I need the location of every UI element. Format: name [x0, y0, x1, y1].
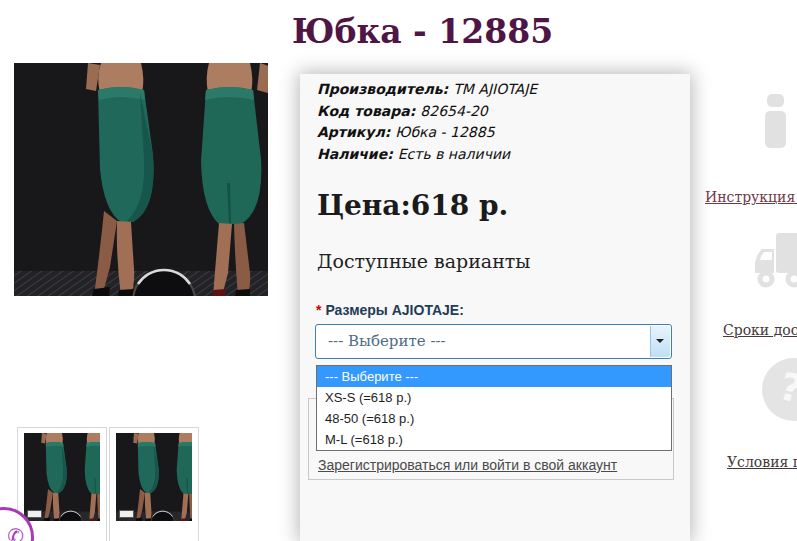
info-value: Есть в наличии [398, 146, 510, 162]
info-row-manufacturer: Производитель:ТМ AJIOTAJE [317, 79, 537, 101]
product-photo-illustration [14, 63, 268, 296]
info-row-sku: Артикул:Юбка - 12885 [317, 122, 537, 144]
info-value: 82654-20 [420, 103, 487, 119]
variants-heading: Доступные варианты [317, 250, 530, 272]
info-label: Артикул: [317, 124, 390, 140]
dropdown-option[interactable]: --- Выберите --- [317, 366, 671, 387]
info-row-availability: Наличие:Есть в наличии [317, 144, 537, 166]
size-dropdown-list: --- Выберите --- XS-S (=618 р.) 48-50 (=… [316, 365, 672, 451]
delivery-truck-icon [752, 229, 797, 295]
info-value: ТМ AJIOTAJE [453, 81, 537, 97]
dropdown-option[interactable]: M-L (=618 р.) [317, 429, 671, 450]
info-label: Производитель: [317, 81, 448, 97]
info-value: Юбка - 12885 [395, 124, 494, 140]
thumbnail-2[interactable] [109, 427, 199, 541]
purchase-terms-link[interactable]: Условия по [727, 454, 797, 470]
dropdown-option[interactable]: 48-50 (=618 р.) [317, 408, 671, 429]
size-select[interactable]: --- Выберите --- [315, 324, 672, 359]
info-label: Наличие: [317, 146, 393, 162]
dropdown-option[interactable]: XS-S (=618 р.) [317, 387, 671, 408]
main-product-image[interactable] [14, 63, 268, 296]
required-mark: * [316, 302, 321, 318]
size-label-text: Размеры AJIOTAJE: [325, 302, 463, 318]
info-icon [765, 94, 797, 150]
phone-icon: ✆ [7, 524, 24, 541]
instruction-link[interactable]: Инструкция п [705, 189, 797, 205]
chevron-down-icon[interactable] [650, 326, 670, 357]
price-text: Цена:618 р. [317, 189, 508, 222]
product-page: { "page": { "title": "Юбка - 12885" }, "… [0, 0, 797, 541]
page-title: Юбка - 12885 [0, 12, 797, 51]
info-row-product-code: Код товара:82654-20 [317, 101, 537, 123]
watermark-tag [119, 510, 134, 518]
watermark-tag [27, 510, 42, 518]
thumbnail-photo [24, 433, 100, 521]
thumbnail-photo [116, 433, 192, 521]
info-label: Код товара: [317, 103, 415, 119]
product-info-block: Производитель:ТМ AJIOTAJE Код товара:826… [317, 79, 537, 165]
question-circle-icon: ? [762, 358, 797, 421]
delivery-terms-link[interactable]: Сроки дос [723, 322, 797, 338]
register-or-login-link[interactable]: Зарегистрироваться или войти в свой акка… [318, 457, 617, 473]
size-field-label: *Размеры AJIOTAJE: [316, 302, 464, 318]
size-select-value: --- Выберите --- [328, 325, 446, 358]
